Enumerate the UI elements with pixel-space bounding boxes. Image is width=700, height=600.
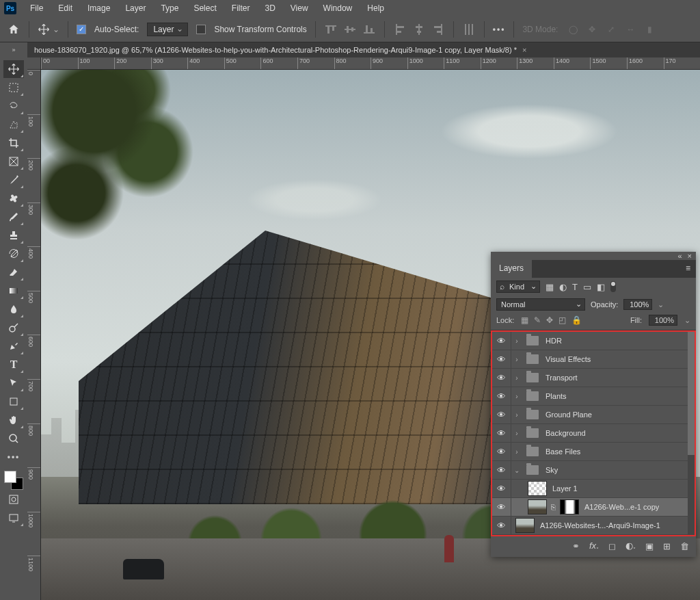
collapse-panel-icon[interactable]: « xyxy=(677,252,682,260)
layer-item[interactable]: 👁Layer 1 xyxy=(492,480,695,498)
lock-artboard-icon[interactable]: ◰ xyxy=(558,315,566,325)
menu-help[interactable]: Help xyxy=(360,1,391,16)
fill-input[interactable]: 100% xyxy=(649,315,677,326)
layer-group[interactable]: 👁›Plants xyxy=(492,387,695,406)
visibility-toggle[interactable]: 👁 xyxy=(492,424,511,442)
brush-tool[interactable] xyxy=(3,208,24,226)
distribute-h-icon[interactable] xyxy=(462,23,476,36)
quick-mask-button[interactable] xyxy=(3,491,24,508)
layer-group[interactable]: 👁›Visual Effects xyxy=(492,350,695,369)
visibility-toggle[interactable]: 👁 xyxy=(492,517,511,534)
layers-tab[interactable]: Layers xyxy=(491,260,532,278)
lock-pixels-icon[interactable]: ✎ xyxy=(534,315,541,325)
eyedropper-tool[interactable] xyxy=(3,171,24,189)
layer-name[interactable]: Background xyxy=(546,429,586,437)
layer-group[interactable]: 👁›Background xyxy=(492,424,695,443)
type-filter-icon[interactable]: T xyxy=(572,282,578,292)
align-vcenter-icon[interactable] xyxy=(343,23,357,36)
visibility-toggle[interactable]: 👁 xyxy=(492,461,511,479)
menu-type[interactable]: Type xyxy=(154,1,185,16)
layer-item[interactable]: 👁A1266-Websites-t...-Arqui9-Image-1 xyxy=(492,517,695,535)
ruler-origin[interactable] xyxy=(27,57,41,70)
document-tab[interactable]: house-1836070_1920.jpg @ 65,7% (A1266-We… xyxy=(27,44,533,56)
stamp-tool[interactable] xyxy=(3,226,24,244)
visibility-toggle[interactable]: 👁 xyxy=(492,350,511,368)
camera-icon[interactable]: ▮ xyxy=(643,23,656,36)
collapse-icon[interactable]: ⌄ xyxy=(511,467,522,474)
align-right-icon[interactable] xyxy=(431,23,445,36)
healing-tool[interactable] xyxy=(3,190,24,207)
slide-icon[interactable]: ↔ xyxy=(623,23,637,36)
visibility-toggle[interactable]: 👁 xyxy=(492,387,511,405)
link-layers-icon[interactable]: ⚭ xyxy=(572,541,580,551)
align-bottom-icon[interactable] xyxy=(362,23,376,36)
layer-name[interactable]: Visual Effects xyxy=(546,355,591,363)
align-left-icon[interactable] xyxy=(393,23,407,36)
layer-group-open[interactable]: 👁⌄Sky xyxy=(492,461,695,480)
adjustment-layer-icon[interactable]: ◐˅ xyxy=(625,540,636,553)
opacity-dropdown-icon[interactable]: ⌄ xyxy=(658,300,664,309)
fill-dropdown-icon[interactable]: ⌄ xyxy=(684,316,690,325)
visibility-toggle[interactable]: 👁 xyxy=(492,498,511,516)
menu-select[interactable]: Select xyxy=(187,1,223,16)
edit-toolbar-button[interactable]: ••• xyxy=(3,448,24,466)
mask-thumbnail[interactable] xyxy=(560,499,579,514)
align-hcenter-icon[interactable] xyxy=(412,23,426,36)
delete-layer-icon[interactable]: 🗑 xyxy=(680,541,689,551)
menu-filter[interactable]: Filter xyxy=(225,1,257,16)
shape-tool[interactable] xyxy=(3,393,24,410)
more-options-button[interactable]: ••• xyxy=(493,25,506,34)
expand-icon[interactable]: › xyxy=(511,356,522,363)
layer-name[interactable]: Base Files xyxy=(546,447,580,456)
pixel-filter-icon[interactable]: ▦ xyxy=(546,282,554,292)
lasso-tool[interactable] xyxy=(3,97,24,115)
layer-item-selected[interactable]: 👁⎘A1266-Web...e-1 copy xyxy=(492,498,695,517)
layer-name[interactable]: HDR xyxy=(546,337,562,345)
layer-name[interactable]: Sky xyxy=(546,466,558,474)
layer-group[interactable]: 👁›Ground Plane xyxy=(492,406,695,424)
foreground-color-swatch[interactable] xyxy=(4,471,16,483)
shape-filter-icon[interactable]: ▭ xyxy=(583,282,591,292)
layer-name[interactable]: Transport xyxy=(546,374,578,382)
zoom-tool[interactable] xyxy=(3,430,24,447)
adjustment-filter-icon[interactable]: ◐ xyxy=(559,282,567,292)
auto-select-target-dropdown[interactable]: Layer xyxy=(147,23,188,36)
dodge-tool[interactable] xyxy=(3,319,24,337)
layer-name[interactable]: A1266-Web...e-1 copy xyxy=(584,503,659,511)
color-swatches[interactable] xyxy=(4,471,23,490)
menu-layer[interactable]: Layer xyxy=(118,1,152,16)
pen-tool[interactable] xyxy=(3,337,24,355)
kind-filter-dropdown[interactable]: Kind xyxy=(496,281,540,293)
orbit-icon[interactable]: ◯ xyxy=(566,23,580,36)
menu-view[interactable]: View xyxy=(284,1,315,16)
menu-3d[interactable]: 3D xyxy=(258,1,282,16)
expand-icon[interactable]: › xyxy=(511,374,522,382)
dolly-icon[interactable]: ⤢ xyxy=(604,23,618,36)
hand-tool[interactable] xyxy=(3,411,24,429)
panel-drag-handle[interactable]: « × xyxy=(491,252,696,260)
add-mask-icon[interactable]: ◻ xyxy=(608,541,616,551)
layer-name[interactable]: A1266-Websites-t...-Arqui9-Image-1 xyxy=(540,521,660,530)
move-tool-indicator[interactable]: ⌄ xyxy=(38,23,59,36)
blend-mode-dropdown[interactable]: Normal xyxy=(496,298,585,311)
layer-name[interactable]: Layer 1 xyxy=(552,484,578,493)
path-select-tool[interactable] xyxy=(3,374,24,392)
blur-tool[interactable] xyxy=(3,300,24,318)
expand-icon[interactable]: › xyxy=(511,411,522,419)
layer-name[interactable]: Ground Plane xyxy=(546,410,592,419)
expand-icon[interactable]: › xyxy=(511,430,522,437)
expand-icon[interactable]: › xyxy=(511,393,522,400)
smart-filter-icon[interactable]: ◧ xyxy=(597,282,605,292)
lock-transparency-icon[interactable]: ▦ xyxy=(521,315,528,325)
gradient-tool[interactable] xyxy=(3,282,24,300)
expand-icon[interactable]: › xyxy=(511,448,522,456)
layer-group[interactable]: 👁›Transport xyxy=(492,369,695,387)
screen-mode-button[interactable] xyxy=(3,509,24,527)
show-transform-checkbox[interactable] xyxy=(196,25,206,34)
filter-toggle[interactable] xyxy=(610,281,616,292)
panel-menu-icon[interactable]: ≡ xyxy=(680,260,696,278)
vertical-ruler[interactable]: 010020030040050060070080090010001100 xyxy=(27,70,41,600)
move-tool[interactable] xyxy=(3,60,24,78)
lock-position-icon[interactable]: ✥ xyxy=(546,315,553,325)
menu-file[interactable]: File xyxy=(23,1,50,16)
